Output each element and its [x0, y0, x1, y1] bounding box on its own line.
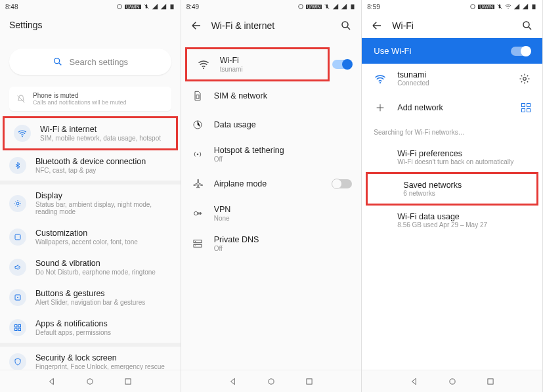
item-buttons[interactable]: Buttons & gesturesAlert Slider, navigati…	[0, 282, 181, 313]
wifi-icon	[374, 73, 386, 85]
sim-icon	[192, 91, 203, 101]
nav-home-icon[interactable]	[267, 377, 276, 386]
back-icon[interactable]	[190, 20, 202, 32]
svg-rect-8	[15, 325, 18, 328]
nav-back-icon[interactable]	[47, 377, 56, 386]
data-icon	[192, 120, 203, 130]
nav-home-icon[interactable]	[85, 377, 95, 386]
airplane-toggle[interactable]	[332, 179, 352, 188]
svg-point-14	[298, 5, 303, 9]
nav-recent-icon[interactable]	[486, 377, 495, 386]
item-security[interactable]: Security & lock screenFingerprint, Face …	[0, 347, 181, 370]
use-wifi-bar[interactable]: Use Wi-Fi	[362, 38, 542, 64]
item-hotspot[interactable]: Hotspot & tetheringOff	[181, 139, 362, 169]
svg-rect-15	[351, 5, 355, 10]
search-placeholder: Search settings	[70, 57, 129, 67]
bluetooth-icon	[14, 162, 22, 169]
svg-point-2	[54, 58, 59, 64]
use-wifi-label: Use Wi-Fi	[374, 46, 411, 56]
svg-rect-22	[194, 240, 202, 243]
wifi-internet-list: Wi-Fitsunami SIM & network Data usage Ho…	[181, 38, 362, 370]
muted-notice[interactable]: Phone is muted Calls and notifications w…	[9, 87, 171, 111]
qr-icon[interactable]	[521, 103, 531, 112]
wifi-data-usage[interactable]: Wi-Fi data usage8.56 GB used Apr 29 – Ma…	[362, 206, 542, 235]
muted-title: Phone is muted	[33, 92, 127, 99]
sound-icon	[14, 263, 22, 271]
item-customization[interactable]: CustomizationWallpapers, accent color, f…	[0, 222, 181, 252]
bell-off-icon	[16, 94, 26, 104]
svg-point-17	[203, 68, 204, 69]
header: Settings	[0, 13, 181, 37]
svg-point-31	[523, 22, 529, 28]
shield-icon	[14, 358, 22, 366]
nav-back-icon[interactable]	[228, 377, 238, 386]
search-icon	[53, 56, 63, 67]
page-title: Wi-Fi & internet	[211, 20, 274, 31]
item-wifi[interactable]: Wi-Fitsunami	[185, 47, 330, 81]
status-icons: U/WIN	[297, 3, 357, 10]
plus-icon	[375, 102, 385, 113]
item-apps[interactable]: Apps & notificationsDefault apps, permis…	[0, 313, 181, 343]
svg-rect-1	[170, 5, 173, 10]
nav-bar	[181, 370, 362, 392]
nav-home-icon[interactable]	[448, 377, 457, 386]
status-time: 8:49	[186, 3, 199, 11]
svg-point-24	[195, 241, 196, 242]
item-private-dns[interactable]: Private DNSOff	[181, 229, 362, 259]
searching-text: Searching for Wi-Fi networks…	[362, 122, 542, 142]
nav-bar	[0, 370, 181, 392]
search-icon[interactable]	[521, 20, 533, 32]
page-title: Wi-Fi	[392, 20, 414, 31]
item-vpn[interactable]: VPNNone	[181, 198, 362, 229]
item-sound[interactable]: Sound & vibrationDo Not Disturb, earphon…	[0, 252, 181, 282]
wifi-icon	[198, 58, 209, 70]
nav-bar	[362, 370, 542, 392]
item-wifi-internet[interactable]: Wi-Fi & internetSIM, mobile network, dat…	[3, 116, 178, 150]
page-title: Settings	[9, 20, 43, 30]
svg-point-29	[508, 8, 508, 9]
item-sim[interactable]: SIM & network	[181, 81, 362, 110]
svg-rect-13	[125, 378, 131, 383]
svg-point-21	[194, 211, 197, 215]
item-data-usage[interactable]: Data usage	[181, 110, 362, 139]
saved-networks[interactable]: Saved networks6 networks	[366, 172, 538, 206]
svg-point-4	[16, 202, 19, 205]
item-display[interactable]: DisplayStatus bar, ambient display, nigh…	[0, 185, 181, 222]
muted-sub: Calls and notifications will be muted	[33, 99, 127, 106]
wifi-preferences[interactable]: Wi-Fi preferencesWi-Fi doesn't turn back…	[362, 142, 542, 172]
nav-recent-icon[interactable]	[305, 377, 314, 386]
svg-rect-18	[196, 95, 199, 98]
svg-point-28	[471, 5, 475, 9]
add-network[interactable]: Add network	[362, 93, 542, 122]
svg-point-16	[342, 22, 348, 28]
nav-recent-icon[interactable]	[123, 377, 133, 386]
screen-wifi-internet: 8:49 U/WIN Wi-Fi & internet Wi-Fitsunami…	[181, 0, 362, 392]
search-input[interactable]: Search settings	[9, 49, 171, 75]
palette-icon	[14, 233, 22, 241]
item-bluetooth[interactable]: Bluetooth & device connectionNFC, cast, …	[0, 150, 181, 181]
svg-point-7	[17, 297, 18, 298]
wifi-icon	[18, 129, 27, 138]
status-bar: 8:49 U/WIN	[181, 0, 362, 13]
use-wifi-toggle[interactable]	[511, 47, 531, 56]
status-icons: U/WIN	[116, 3, 175, 10]
svg-point-25	[195, 246, 196, 246]
wifi-toggle[interactable]	[332, 60, 352, 69]
back-icon[interactable]	[371, 20, 383, 32]
svg-point-20	[196, 154, 198, 156]
gear-icon[interactable]	[519, 73, 531, 85]
svg-point-0	[118, 5, 122, 9]
svg-rect-10	[15, 328, 18, 331]
svg-point-34	[450, 378, 455, 383]
svg-rect-5	[15, 234, 20, 240]
header: Wi-Fi & internet	[181, 13, 362, 38]
item-airplane[interactable]: Airplane mode	[181, 169, 362, 198]
svg-point-3	[22, 136, 23, 137]
network-tsunami[interactable]: tsunamiConnected	[362, 64, 542, 93]
screen-settings: 8:48 U/WIN Settings Search settings Phon…	[0, 0, 181, 392]
nav-back-icon[interactable]	[410, 377, 419, 386]
status-bar: 8:59 U/WIN	[362, 0, 542, 13]
wifi-list: tsunamiConnected Add network Searching f…	[362, 64, 542, 370]
status-time: 8:59	[367, 3, 380, 11]
search-icon[interactable]	[340, 20, 352, 32]
